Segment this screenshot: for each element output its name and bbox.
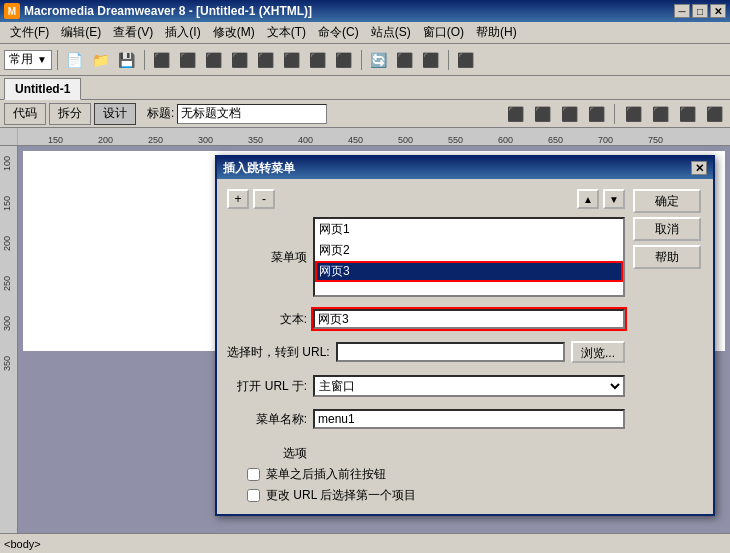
list-controls-row: + - ▲ ▼	[227, 189, 625, 209]
option1-row: 菜单之后插入前往按钮	[247, 466, 625, 483]
list-item-webpage1[interactable]: 网页1	[315, 219, 623, 240]
text-field-row: 文本:	[227, 309, 625, 329]
remove-item-button[interactable]: -	[253, 189, 275, 209]
dialog-body: + - ▲ ▼ 菜单项 网页1 网页2 网页3 文	[217, 179, 713, 514]
options-label-row: 选项	[227, 445, 625, 462]
list-item-webpage2[interactable]: 网页2	[315, 240, 623, 261]
browse-button[interactable]: 浏览...	[571, 341, 625, 363]
open-url-label: 打开 URL 于:	[227, 378, 307, 395]
option1-checkbox[interactable]	[247, 468, 260, 481]
text-input[interactable]	[313, 309, 625, 329]
add-item-button[interactable]: +	[227, 189, 249, 209]
move-down-button[interactable]: ▼	[603, 189, 625, 209]
option2-label: 更改 URL 后选择第一个项目	[266, 487, 416, 504]
move-up-button[interactable]: ▲	[577, 189, 599, 209]
dialog-overlay: 插入跳转菜单 ✕ + - ▲ ▼ 菜单项 网页1	[0, 0, 730, 553]
option1-label: 菜单之后插入前往按钮	[266, 466, 386, 483]
url-input[interactable]	[336, 342, 565, 362]
url-field-row: 选择时，转到 URL: 浏览...	[227, 341, 625, 363]
option2-row: 更改 URL 后选择第一个项目	[247, 487, 625, 504]
dialog-action-buttons: 确定 取消 帮助	[633, 189, 703, 504]
cancel-button[interactable]: 取消	[633, 217, 701, 241]
menu-name-row: 菜单名称:	[227, 409, 625, 429]
help-button[interactable]: 帮助	[633, 245, 701, 269]
menu-name-input[interactable]	[313, 409, 625, 429]
open-url-row: 打开 URL 于: 主窗口新窗口	[227, 375, 625, 397]
menu-label: 菜单项	[227, 249, 307, 266]
confirm-button[interactable]: 确定	[633, 189, 701, 213]
menu-name-label: 菜单名称:	[227, 411, 307, 428]
insert-jump-menu-dialog: 插入跳转菜单 ✕ + - ▲ ▼ 菜单项 网页1	[215, 155, 715, 516]
list-item-webpage3[interactable]: 网页3	[315, 261, 623, 282]
text-field-label: 文本:	[227, 311, 307, 328]
menu-items-row: 菜单项 网页1 网页2 网页3	[227, 217, 625, 297]
dialog-title-bar: 插入跳转菜单 ✕	[217, 157, 713, 179]
url-field-label: 选择时，转到 URL:	[227, 344, 330, 361]
dialog-title: 插入跳转菜单	[223, 160, 691, 177]
menu-items-listbox[interactable]: 网页1 网页2 网页3	[313, 217, 625, 297]
dialog-main-section: + - ▲ ▼ 菜单项 网页1 网页2 网页3 文	[227, 189, 625, 504]
open-url-select[interactable]: 主窗口新窗口	[313, 375, 625, 397]
options-label: 选项	[227, 445, 307, 462]
option2-checkbox[interactable]	[247, 489, 260, 502]
dialog-close-button[interactable]: ✕	[691, 161, 707, 175]
options-section: 选项 菜单之后插入前往按钮 更改 URL 后选择第一个项目	[227, 445, 625, 504]
